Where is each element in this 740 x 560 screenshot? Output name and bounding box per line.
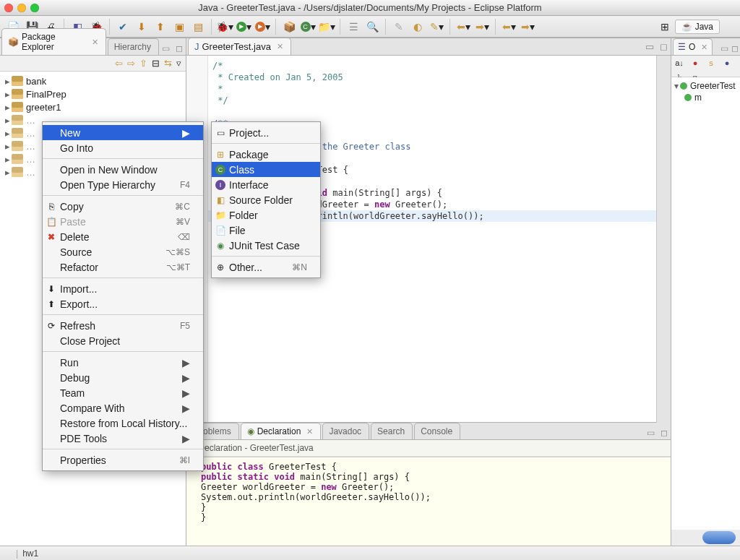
tab-package-explorer[interactable]: 📦 Package Explorer ✕ bbox=[1, 28, 106, 55]
menu-item-team[interactable]: Team▶ bbox=[43, 385, 203, 400]
annotate-button[interactable]: ✎▾ bbox=[428, 19, 445, 35]
import-icon: ⬇ bbox=[46, 283, 57, 295]
menu-item-copy[interactable]: ⎘Copy⌘C bbox=[43, 199, 203, 214]
tab-search[interactable]: Search bbox=[371, 423, 413, 439]
tab-hierarchy[interactable]: Hierarchy bbox=[108, 38, 159, 55]
project-bank[interactable]: ▸bank bbox=[0, 74, 186, 87]
menu-item-restore-from-local-history[interactable]: Restore from Local History... bbox=[43, 415, 203, 431]
menu-item-refactor[interactable]: Refactor⌥⌘T bbox=[43, 259, 203, 275]
menu-item-source-folder[interactable]: ◧Source Folder bbox=[212, 192, 320, 207]
new-submenu[interactable]: ▭Project...⊞PackageCClassIInterface◧Sour… bbox=[211, 121, 321, 278]
new-package-button[interactable]: 📦 bbox=[280, 19, 298, 35]
submenu-arrow-icon: ▶ bbox=[182, 127, 190, 139]
open-type-button[interactable]: ☰ bbox=[345, 19, 362, 35]
menu-item-pde-tools[interactable]: PDE Tools▶ bbox=[43, 431, 203, 446]
outline-h-scroll[interactable] bbox=[702, 531, 736, 544]
toggle-button[interactable]: ◐ bbox=[409, 19, 426, 35]
hide-fields-icon[interactable]: ● bbox=[689, 57, 702, 69]
forward-button[interactable]: ➡▾ bbox=[519, 19, 536, 35]
project-FinalPrep[interactable]: ▸FinalPrep bbox=[0, 87, 186, 100]
window-title: Java - GreeterTest.java - /Users/djslate… bbox=[0, 2, 740, 13]
run-last[interactable]: ▶▾ bbox=[254, 19, 271, 35]
menu-item-compare-with[interactable]: Compare With▶ bbox=[43, 400, 203, 415]
new-class-button[interactable]: C▾ bbox=[299, 19, 317, 35]
wand-button[interactable]: ✎ bbox=[390, 19, 408, 35]
outline-max-icon[interactable]: ◻ bbox=[730, 42, 740, 55]
outline-min-icon[interactable]: ▭ bbox=[719, 42, 730, 55]
hide-nonpublic-icon[interactable]: ● bbox=[720, 57, 733, 69]
menu-item-label: Import... bbox=[60, 283, 97, 295]
tab-declaration[interactable]: ◉ Declaration ✕ bbox=[241, 423, 322, 439]
close-editor-icon[interactable]: ✕ bbox=[277, 42, 283, 51]
menu-item-project[interactable]: ▭Project... bbox=[212, 125, 320, 140]
menu-item-properties[interactable]: Properties⌘I bbox=[43, 452, 203, 468]
menu-item-open-in-new-window[interactable]: Open in New Window bbox=[43, 162, 203, 177]
view-min-icon[interactable]: ▭ bbox=[159, 42, 173, 55]
menu-icon[interactable]: ▿ bbox=[176, 58, 181, 69]
menu-item-import[interactable]: ⬇Import... bbox=[43, 281, 203, 296]
menu-item-refresh[interactable]: ⟳RefreshF5 bbox=[43, 318, 203, 333]
back-button[interactable]: ⬅▾ bbox=[500, 19, 517, 35]
link-icon[interactable]: ⇆ bbox=[164, 58, 172, 69]
run-dropdown[interactable]: ▶▾ bbox=[235, 19, 252, 35]
menu-item-go-into[interactable]: Go Into bbox=[43, 140, 203, 155]
outline-tree[interactable]: ▾GreeterTestm bbox=[671, 77, 740, 530]
refresh-icon: ⟳ bbox=[46, 320, 57, 332]
menu-item-junit-test-case[interactable]: ◉JUnit Test Case bbox=[212, 238, 320, 253]
menu-item-open-type-hierarchy[interactable]: Open Type HierarchyF4 bbox=[43, 177, 203, 192]
editor-max-icon[interactable]: ◻ bbox=[657, 38, 671, 55]
menu-shortcut: ⌥⌘S bbox=[165, 247, 190, 257]
prev-annotation-button[interactable]: ⬅▾ bbox=[455, 19, 472, 35]
view-max-icon[interactable]: ◻ bbox=[173, 42, 186, 55]
outline-method[interactable]: m bbox=[673, 92, 739, 103]
up-icon[interactable]: ⇧ bbox=[139, 58, 147, 69]
menu-item-folder[interactable]: 📁Folder bbox=[212, 207, 320, 223]
tab-console[interactable]: Console bbox=[414, 423, 460, 439]
hide-static-icon[interactable]: s bbox=[705, 57, 718, 69]
next-annotation-button[interactable]: ➡▾ bbox=[473, 19, 491, 35]
overview-ruler[interactable] bbox=[656, 56, 671, 423]
extract-button[interactable]: ⬇ bbox=[133, 19, 150, 35]
menu-item-package[interactable]: ⊞Package bbox=[212, 147, 320, 162]
menu-item-close-project[interactable]: Close Project bbox=[43, 333, 203, 348]
other-icon: ⊕ bbox=[215, 262, 226, 273]
menu-item-label: Interface bbox=[229, 179, 268, 191]
extract2-button[interactable]: ⬆ bbox=[152, 19, 169, 35]
collapse-all-icon[interactable]: ⊟ bbox=[152, 58, 160, 69]
back-icon[interactable]: ⇦ bbox=[115, 58, 123, 69]
export-icon: ⬆ bbox=[46, 298, 57, 310]
bottom-max-icon[interactable]: ◻ bbox=[658, 426, 671, 439]
menu-item-class[interactable]: CClass bbox=[212, 162, 320, 177]
box2-button[interactable]: ▤ bbox=[189, 19, 207, 35]
menu-item-other[interactable]: ⊕Other...⌘N bbox=[212, 259, 320, 275]
editor-min-icon[interactable]: ▭ bbox=[642, 38, 657, 55]
sort-icon[interactable]: a↓ bbox=[673, 57, 686, 69]
menu-item-debug[interactable]: Debug▶ bbox=[43, 370, 203, 385]
declaration-view[interactable]: public class GreeterTest { public static… bbox=[186, 457, 671, 546]
checkmark-button[interactable]: ✔ bbox=[114, 19, 132, 35]
outline-class[interactable]: ▾GreeterTest bbox=[673, 80, 739, 92]
menu-item-new[interactable]: New▶ bbox=[43, 125, 203, 140]
bottom-min-icon[interactable]: ▭ bbox=[644, 426, 658, 439]
menu-item-interface[interactable]: IInterface bbox=[212, 177, 320, 192]
forward-icon[interactable]: ⇨ bbox=[127, 58, 135, 69]
menu-item-file[interactable]: 📄File bbox=[212, 223, 320, 238]
debug-dropdown[interactable]: 🐞▾ bbox=[216, 19, 233, 35]
new-folder-button[interactable]: 📁▾ bbox=[318, 19, 335, 35]
menu-item-export[interactable]: ⬆Export... bbox=[43, 296, 203, 311]
tab-javadoc[interactable]: Javadoc bbox=[322, 423, 369, 439]
java-perspective-button[interactable]: ☕ Java bbox=[675, 20, 720, 34]
project-greeter1[interactable]: ▸greeter1 bbox=[0, 100, 186, 113]
tab-outline[interactable]: ☰O ✕ bbox=[673, 38, 713, 55]
editor-line: * Created on Jan 5, 2005 bbox=[212, 72, 343, 82]
editor-tab-greetertest[interactable]: J GreeterTest.java ✕ bbox=[188, 38, 291, 55]
box-button[interactable]: ▣ bbox=[171, 19, 188, 35]
search-button[interactable]: 🔍 bbox=[363, 19, 381, 35]
menu-item-run[interactable]: Run▶ bbox=[43, 355, 203, 370]
menu-item-delete[interactable]: ✖Delete⌫ bbox=[43, 229, 203, 244]
menu-item-source[interactable]: Source⌥⌘S bbox=[43, 244, 203, 259]
open-perspective-button[interactable]: ⊞ bbox=[656, 19, 674, 35]
project-context-menu[interactable]: New▶Go IntoOpen in New WindowOpen Type H… bbox=[42, 121, 204, 471]
close-outline-icon[interactable]: ✕ bbox=[701, 43, 707, 52]
close-tab-icon[interactable]: ✕ bbox=[92, 38, 98, 47]
